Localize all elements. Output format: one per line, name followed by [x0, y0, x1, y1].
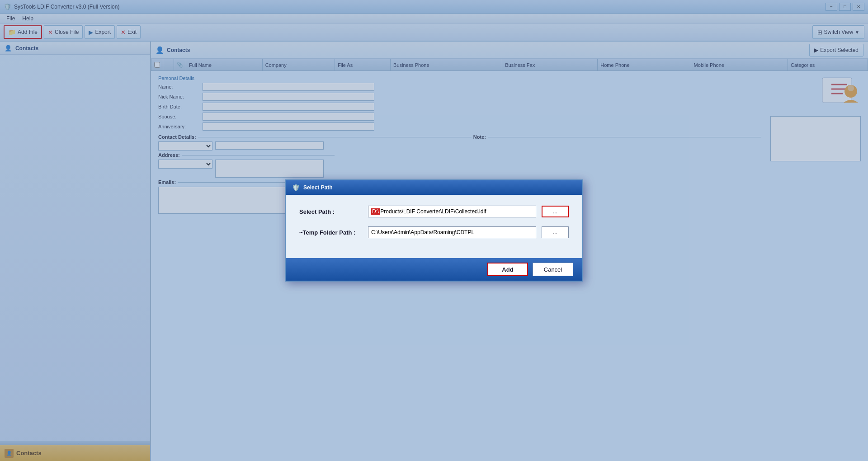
modal-cancel-button[interactable]: Cancel [533, 263, 573, 276]
select-path-input[interactable] [368, 206, 536, 217]
temp-folder-label: ~Temp Folder Path : [299, 229, 363, 236]
temp-folder-row: ~Temp Folder Path : ... [299, 226, 569, 238]
temp-folder-input[interactable] [368, 226, 536, 238]
browse-temp-button[interactable]: ... [542, 226, 569, 238]
select-path-modal: 🛡️ Select Path Select Path : D:\Products… [285, 179, 583, 282]
select-path-row: Select Path : D:\Products\LDIF Converter… [299, 206, 569, 217]
modal-body: Select Path : D:\Products\LDIF Converter… [286, 195, 582, 258]
modal-header: 🛡️ Select Path [286, 180, 582, 195]
browse-path-button[interactable]: ... [542, 206, 569, 217]
modal-overlay: 🛡️ Select Path Select Path : D:\Products… [0, 0, 868, 461]
select-path-label: Select Path : [299, 208, 363, 215]
modal-footer: Add Cancel [286, 258, 582, 281]
modal-title: Select Path [303, 184, 333, 191]
modal-icon: 🛡️ [292, 184, 300, 191]
modal-add-button[interactable]: Add [487, 263, 528, 276]
